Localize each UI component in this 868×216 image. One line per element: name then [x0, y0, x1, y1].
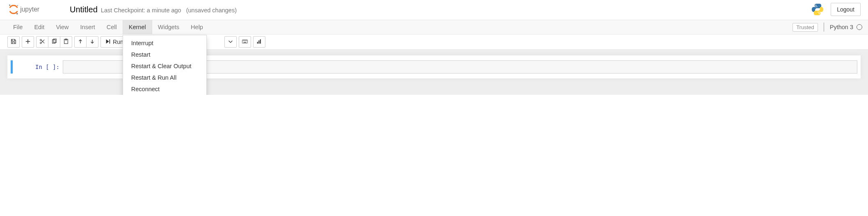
- svg-rect-21: [258, 40, 259, 44]
- cell-selection-marker: [11, 60, 13, 74]
- input-prompt: In [ ]:: [14, 60, 63, 74]
- menu-kernel[interactable]: Kernel Interrupt Restart Restart & Clear…: [123, 20, 152, 34]
- run-label: Run: [113, 39, 123, 45]
- svg-point-1: [17, 5, 18, 6]
- cut-button[interactable]: [36, 36, 48, 48]
- notebook-header: jupyter Untitled Last Checkpoint: a minu…: [0, 0, 868, 20]
- title-block: Untitled Last Checkpoint: a minute ago (…: [70, 5, 237, 14]
- svg-rect-18: [246, 40, 247, 41]
- svg-rect-12: [110, 39, 110, 44]
- chevron-down-icon: [228, 39, 233, 46]
- menubar: File Edit View Insert Cell Kernel Interr…: [0, 20, 868, 34]
- kernel-restart-clear[interactable]: Restart & Clear Output: [123, 60, 206, 72]
- paste-icon: [63, 39, 69, 46]
- bar-chart-icon: [256, 39, 262, 46]
- insert-cell-button[interactable]: [22, 36, 34, 48]
- menu-file[interactable]: File: [7, 20, 28, 34]
- move-down-button[interactable]: [86, 36, 98, 48]
- jupyter-logo[interactable]: jupyter: [7, 2, 61, 16]
- python-logo-icon: [811, 3, 824, 16]
- svg-point-7: [40, 39, 42, 41]
- svg-rect-15: [244, 40, 244, 41]
- menu-view[interactable]: View: [50, 20, 74, 34]
- arrow-up-icon: [78, 39, 83, 46]
- svg-rect-20: [257, 41, 258, 43]
- menu-insert[interactable]: Insert: [75, 20, 101, 34]
- svg-rect-19: [243, 42, 246, 42]
- step-forward-icon: [105, 39, 111, 46]
- kernel-name-label: Python 3: [830, 24, 853, 30]
- move-group: [74, 36, 98, 48]
- save-button[interactable]: [7, 36, 20, 48]
- checkpoint-status: Last Checkpoint: a minute ago: [101, 7, 181, 14]
- cut-copy-paste-group: [36, 36, 72, 48]
- menu-cell[interactable]: Cell: [101, 20, 123, 34]
- kernel-restart[interactable]: Restart: [123, 49, 206, 60]
- svg-point-0: [9, 5, 10, 6]
- notebook-title[interactable]: Untitled: [70, 5, 98, 14]
- command-palette-button[interactable]: [239, 36, 251, 48]
- paste-button[interactable]: [60, 36, 72, 48]
- svg-point-6: [40, 42, 42, 44]
- svg-rect-22: [260, 39, 260, 44]
- plus-icon: [25, 39, 31, 46]
- kernel-idle-icon: [857, 24, 862, 30]
- trusted-indicator[interactable]: Trusted: [793, 23, 818, 32]
- kernel-reconnect[interactable]: Reconnect: [123, 83, 206, 95]
- kernel-dropdown: Interrupt Restart Restart & Clear Output…: [123, 35, 207, 95]
- svg-point-5: [819, 13, 820, 14]
- header-right: Logout: [811, 3, 861, 16]
- copy-button[interactable]: [48, 36, 60, 48]
- svg-text:jupyter: jupyter: [20, 6, 39, 13]
- scissors-icon: [39, 39, 45, 46]
- celltype-select[interactable]: [224, 36, 237, 48]
- cell-toolbar-button[interactable]: [253, 36, 265, 48]
- menu-kernel-label: Kernel: [129, 24, 146, 30]
- menu-help[interactable]: Help: [185, 20, 209, 34]
- svg-point-4: [815, 5, 817, 6]
- kernel-restart-run-all[interactable]: Restart & Run All: [123, 72, 206, 83]
- unsaved-status: (unsaved changes): [186, 7, 237, 14]
- kernel-name[interactable]: Python 3: [830, 24, 865, 30]
- menubar-right: Trusted Python 3: [793, 20, 865, 34]
- svg-rect-14: [243, 40, 243, 41]
- svg-rect-13: [242, 39, 247, 43]
- keyboard-icon: [242, 39, 248, 46]
- svg-rect-17: [245, 40, 246, 41]
- menu-widgets[interactable]: Widgets: [152, 20, 185, 34]
- menu-edit[interactable]: Edit: [28, 20, 50, 34]
- copy-icon: [51, 39, 57, 46]
- save-icon: [11, 39, 16, 46]
- vertical-divider: [824, 23, 824, 32]
- kernel-interrupt[interactable]: Interrupt: [123, 37, 206, 49]
- svg-point-2: [16, 13, 18, 14]
- logout-button[interactable]: Logout: [831, 3, 861, 16]
- move-up-button[interactable]: [74, 36, 87, 48]
- svg-rect-16: [244, 40, 245, 41]
- arrow-down-icon: [89, 39, 95, 46]
